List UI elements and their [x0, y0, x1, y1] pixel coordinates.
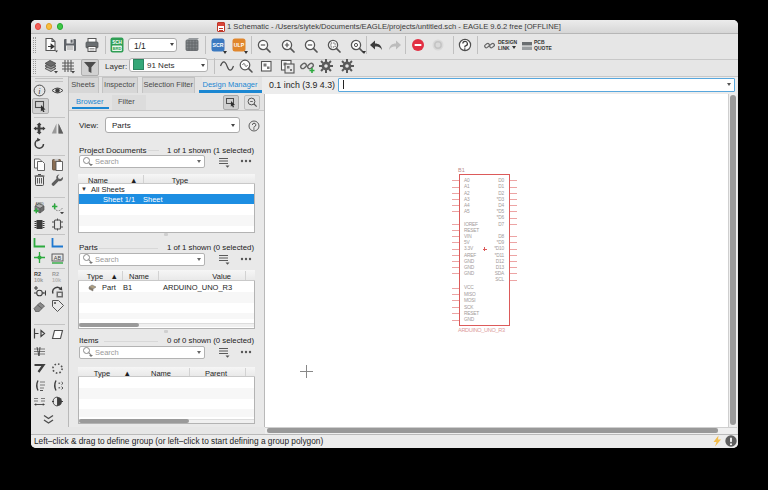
svg-text:SCH: SCH: [112, 40, 122, 45]
svg-text:SCR: SCR: [212, 42, 223, 48]
svg-text:10k: 10k: [34, 277, 44, 283]
svg-text:APBD: APBD: [35, 202, 44, 206]
svg-text:BRD: BRD: [112, 46, 121, 51]
svg-text:ULP: ULP: [234, 42, 245, 48]
svg-text:i: i: [38, 85, 41, 95]
svg-text:10k: 10k: [52, 277, 62, 283]
svg-text:AB: AB: [54, 254, 62, 260]
